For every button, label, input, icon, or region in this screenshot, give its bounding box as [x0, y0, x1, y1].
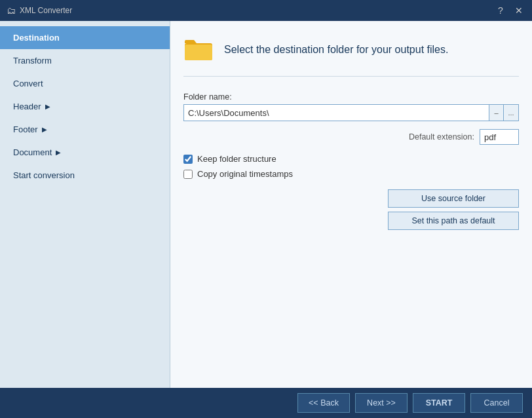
sidebar-item-label: Footer [13, 124, 38, 134]
content-area: Select the destination folder for your o… [170, 21, 532, 388]
sidebar-item-header[interactable]: Header ▶ [0, 95, 170, 118]
form-section: Folder name: – ... Default extension: Ke… [183, 90, 519, 233]
sidebar-item-start-conversion[interactable]: Start conversion [0, 164, 170, 187]
extension-label: Default extension: [409, 132, 474, 142]
next-label: Next >> [367, 398, 396, 408]
close-button[interactable]: ✕ [512, 4, 525, 17]
sidebar-item-footer[interactable]: Footer ▶ [0, 118, 170, 141]
chevron-right-icon: ▶ [45, 103, 50, 110]
content-header-text: Select the destination folder for your o… [224, 44, 448, 56]
folder-label: Folder name: [183, 92, 519, 102]
copy-timestamps-label: Copy original timestamps [197, 169, 293, 179]
cancel-label: Cancel [484, 398, 510, 408]
title-bar-left: 🗂 XML Converter [7, 5, 72, 16]
help-button[interactable]: ? [494, 4, 507, 17]
title-bar-controls: ? ✕ [494, 4, 525, 17]
start-label: START [426, 398, 453, 408]
extension-row: Default extension: [183, 129, 519, 145]
sidebar: Destination Transform Convert Header ▶ F… [0, 21, 170, 388]
folder-input-row: – ... [183, 104, 519, 121]
chevron-right-icon: ▶ [56, 149, 61, 156]
folder-icon [183, 34, 215, 66]
copy-timestamps-row: Copy original timestamps [183, 169, 519, 179]
sidebar-item-label: Document [13, 147, 52, 157]
sidebar-item-label: Start conversion [13, 170, 75, 180]
extension-input[interactable] [480, 129, 519, 145]
cancel-button[interactable]: Cancel [470, 393, 523, 413]
keep-folder-label: Keep folder structure [197, 154, 276, 164]
action-buttons: Use source folder Set this path as defau… [183, 189, 519, 230]
svg-rect-1 [185, 45, 212, 60]
sidebar-item-label: Convert [13, 79, 43, 88]
browse-dots-button[interactable]: ... [503, 104, 519, 121]
app-icon: 🗂 [7, 5, 16, 16]
sidebar-item-label: Header [13, 102, 41, 111]
sidebar-item-convert[interactable]: Convert [0, 72, 170, 95]
browse-dash-button[interactable]: – [489, 104, 503, 121]
keep-folder-row: Keep folder structure [183, 154, 519, 164]
use-source-folder-label: Use source folder [421, 194, 485, 203]
folder-input[interactable] [183, 104, 489, 121]
app-title: XML Converter [20, 6, 72, 15]
start-button[interactable]: START [413, 393, 465, 413]
set-default-path-button[interactable]: Set this path as default [388, 212, 519, 230]
sidebar-item-label: Transform [13, 56, 52, 66]
back-label: << Back [309, 398, 339, 408]
keep-folder-checkbox[interactable] [183, 155, 193, 164]
content-header: Select the destination folder for your o… [183, 34, 519, 77]
sidebar-item-document[interactable]: Document ▶ [0, 141, 170, 164]
sidebar-item-destination[interactable]: Destination [0, 26, 170, 49]
bottom-bar: << Back Next >> START Cancel [0, 388, 532, 418]
set-default-path-label: Set this path as default [411, 216, 495, 225]
sidebar-item-label: Destination [13, 33, 60, 43]
copy-timestamps-checkbox[interactable] [183, 170, 193, 179]
next-button[interactable]: Next >> [355, 393, 408, 413]
title-bar: 🗂 XML Converter ? ✕ [0, 0, 532, 21]
use-source-folder-button[interactable]: Use source folder [388, 189, 519, 208]
sidebar-item-transform[interactable]: Transform [0, 49, 170, 72]
chevron-right-icon: ▶ [42, 126, 47, 133]
back-button[interactable]: << Back [297, 393, 350, 413]
main-container: Destination Transform Convert Header ▶ F… [0, 21, 532, 388]
